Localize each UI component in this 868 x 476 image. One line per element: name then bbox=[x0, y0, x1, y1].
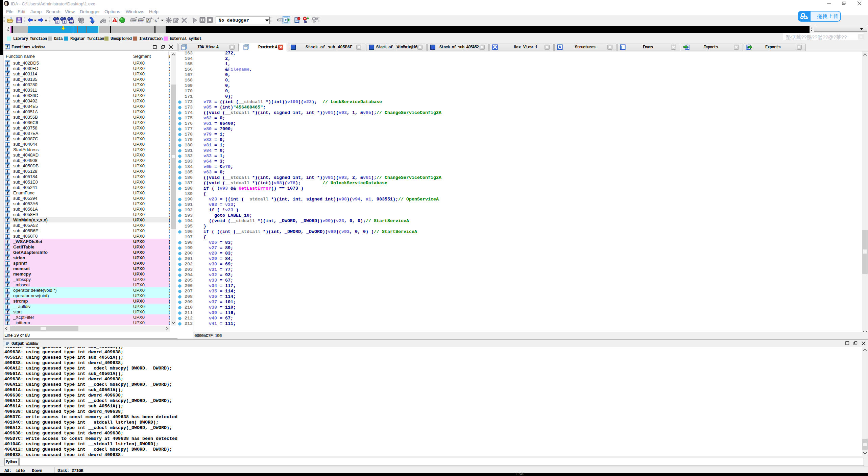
svg-text:c: c bbox=[280, 19, 281, 22]
svg-text:A: A bbox=[147, 19, 149, 22]
svg-text:#: # bbox=[56, 20, 58, 23]
svg-text:‘s: ‘s bbox=[153, 18, 157, 23]
svg-text:T: T bbox=[64, 20, 66, 23]
svg-text:101: 101 bbox=[69, 20, 74, 23]
svg-text:c: c bbox=[285, 19, 287, 22]
svg-text:DATA: DATA bbox=[138, 20, 143, 22]
svg-text:CODE: CODE bbox=[130, 20, 136, 22]
